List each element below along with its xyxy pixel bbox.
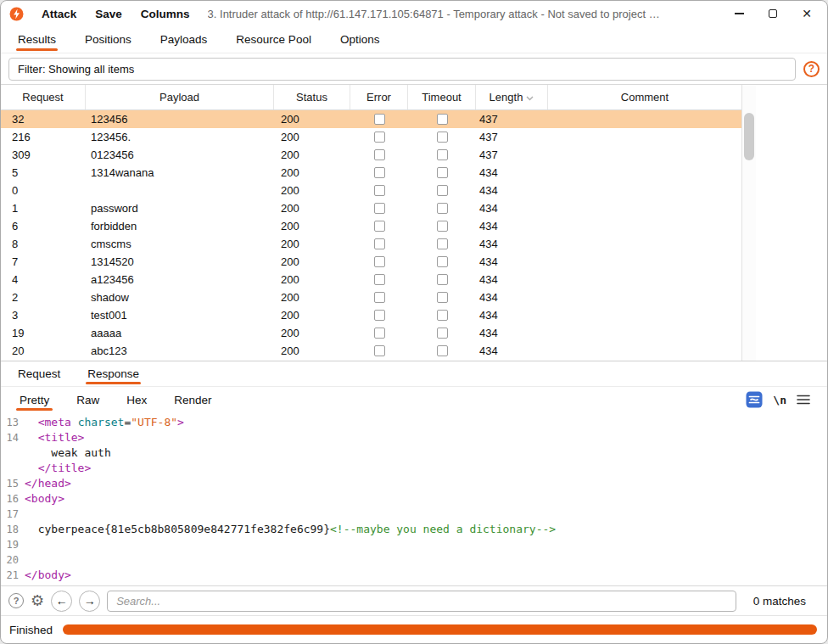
table-row[interactable]: 3090123456200437: [1, 146, 741, 164]
error-checkbox[interactable]: [374, 203, 385, 214]
table-right-gap: [756, 85, 827, 361]
table-row[interactable]: 0200434: [1, 182, 741, 199]
column-header-length[interactable]: Length: [476, 85, 548, 109]
cell-error: [350, 221, 408, 232]
tab-render[interactable]: Render: [162, 387, 223, 412]
timeout-checkbox[interactable]: [437, 114, 448, 125]
timeout-checkbox[interactable]: [437, 203, 448, 214]
table-row[interactable]: 1password200434: [1, 199, 741, 217]
tab-resource-pool[interactable]: Resource Pool: [226, 26, 322, 53]
timeout-checkbox[interactable]: [437, 238, 448, 249]
timeout-checkbox[interactable]: [437, 149, 448, 160]
timeout-checkbox[interactable]: [437, 328, 448, 339]
line-number: 19: [1, 537, 25, 552]
table-row[interactable]: 2shadow200434: [1, 288, 741, 306]
column-header-error[interactable]: Error: [350, 85, 408, 109]
close-button[interactable]: ✕: [790, 2, 824, 25]
maximize-button[interactable]: [756, 2, 790, 25]
editor-search-bar: ? ⚙ ← → 0 matches: [1, 585, 827, 615]
cell-request: 309: [1, 148, 86, 161]
table-row[interactable]: 51314wanana200434: [1, 164, 741, 182]
prettify-toggle-icon[interactable]: [746, 391, 763, 408]
tab-request[interactable]: Request: [8, 361, 70, 386]
column-header-payload[interactable]: Payload: [86, 85, 274, 109]
error-checkbox[interactable]: [374, 132, 385, 143]
cell-length: 434: [476, 238, 548, 250]
editor-menu-icon[interactable]: [797, 394, 810, 406]
menu-columns[interactable]: Columns: [131, 8, 199, 20]
cell-length: 437: [476, 131, 548, 143]
tab-pretty[interactable]: Pretty: [8, 387, 61, 412]
table-row[interactable]: 4a123456200434: [1, 271, 741, 288]
timeout-checkbox[interactable]: [437, 256, 448, 267]
table-scrollbar[interactable]: [741, 85, 756, 361]
error-checkbox[interactable]: [374, 185, 385, 196]
cell-request: 2: [1, 291, 86, 304]
prev-match-button[interactable]: ←: [51, 591, 72, 612]
error-checkbox[interactable]: [374, 292, 385, 303]
attack-progress-bar: [63, 624, 817, 635]
error-checkbox[interactable]: [374, 221, 385, 232]
tab-response[interactable]: Response: [77, 361, 149, 386]
error-checkbox[interactable]: [374, 345, 385, 356]
table-row[interactable]: 3test001200434: [1, 306, 741, 324]
error-checkbox[interactable]: [374, 274, 385, 285]
error-checkbox[interactable]: [374, 114, 385, 125]
editor-settings-icon[interactable]: ⚙: [31, 593, 44, 608]
timeout-checkbox[interactable]: [437, 274, 448, 285]
tab-positions[interactable]: Positions: [75, 26, 142, 53]
table-row[interactable]: 8cmscms200434: [1, 235, 741, 253]
error-checkbox[interactable]: [374, 328, 385, 339]
timeout-checkbox[interactable]: [437, 221, 448, 232]
filter-help-icon[interactable]: ?: [803, 61, 820, 77]
editor-help-icon[interactable]: ?: [8, 593, 24, 608]
tab-results[interactable]: Results: [8, 26, 66, 53]
cell-status: 200: [274, 327, 350, 339]
line-number: 13: [1, 415, 25, 430]
column-header-request[interactable]: Request: [1, 85, 86, 109]
column-header-comment[interactable]: Comment: [548, 85, 741, 109]
timeout-checkbox[interactable]: [437, 292, 448, 303]
timeout-checkbox[interactable]: [437, 310, 448, 321]
table-row[interactable]: 6forbidden200434: [1, 217, 741, 235]
tab-payloads[interactable]: Payloads: [150, 26, 218, 53]
tab-raw[interactable]: Raw: [64, 387, 111, 412]
timeout-checkbox[interactable]: [437, 185, 448, 196]
editor-toolbar-icons: \n: [746, 387, 820, 412]
code-lines: 13 <meta charset="UTF-8">14 <title> weak…: [1, 415, 827, 585]
tab-hex[interactable]: Hex: [115, 387, 159, 412]
table-row[interactable]: 19aaaaa200434: [1, 324, 741, 342]
error-checkbox[interactable]: [374, 238, 385, 249]
error-checkbox[interactable]: [374, 149, 385, 160]
menu-save[interactable]: Save: [86, 8, 131, 20]
cell-length: 434: [476, 184, 548, 197]
error-checkbox[interactable]: [374, 310, 385, 321]
cell-request: 216: [1, 131, 86, 143]
cell-payload: password: [86, 202, 274, 215]
error-checkbox[interactable]: [374, 256, 385, 267]
table-row[interactable]: 32123456200437: [1, 110, 741, 128]
table-row[interactable]: 20abc123200434: [1, 342, 741, 360]
table-header: Request Payload Status Error Timeout Len…: [1, 85, 741, 110]
next-match-button[interactable]: →: [79, 591, 100, 612]
cell-request: 6: [1, 220, 86, 232]
error-checkbox[interactable]: [374, 167, 385, 178]
search-input[interactable]: [107, 591, 736, 612]
cell-timeout: [408, 132, 476, 143]
timeout-checkbox[interactable]: [437, 167, 448, 178]
table-row[interactable]: 71314520200434: [1, 253, 741, 271]
column-header-timeout[interactable]: Timeout: [408, 85, 476, 109]
timeout-checkbox[interactable]: [437, 132, 448, 143]
menu-attack[interactable]: Attack: [32, 8, 86, 20]
response-editor[interactable]: 13 <meta charset="UTF-8">14 <title> weak…: [1, 412, 827, 585]
filter-summary[interactable]: Filter: Showing all items: [8, 58, 796, 81]
timeout-checkbox[interactable]: [437, 345, 448, 356]
show-newlines-icon[interactable]: \n: [773, 394, 786, 406]
window-controls: ✕: [722, 2, 824, 25]
table-row[interactable]: 216123456.200437: [1, 128, 741, 146]
table-scrollbar-thumb[interactable]: [744, 113, 754, 160]
column-header-status[interactable]: Status: [274, 85, 350, 109]
cell-timeout: [408, 149, 476, 160]
tab-options[interactable]: Options: [330, 26, 390, 53]
minimize-button[interactable]: [722, 2, 756, 25]
